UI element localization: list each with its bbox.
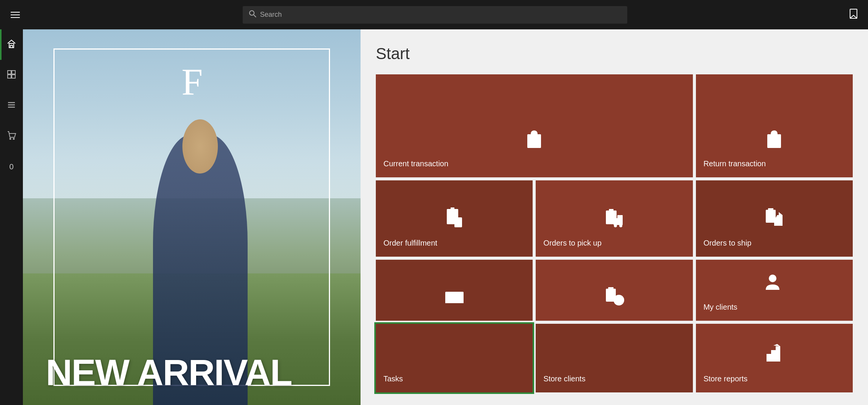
svg-rect-6 — [12, 71, 15, 74]
start-title: Start — [376, 45, 853, 63]
sidebar-item-counter[interactable]: 0 — [0, 151, 23, 182]
svg-rect-14 — [527, 134, 541, 148]
home-icon — [6, 39, 16, 50]
tile-time-clock[interactable] — [536, 260, 692, 321]
tile-tasks-label: Tasks — [383, 374, 525, 383]
my-clients-icon — [763, 271, 786, 294]
svg-point-13 — [13, 138, 14, 140]
tile-current-transaction[interactable]: Current transaction — [376, 74, 693, 177]
hero-area: F NEW ARRIVAL — [23, 29, 361, 405]
bookmark-icon[interactable] — [848, 8, 859, 21]
tile-open-drawer[interactable] — [376, 260, 533, 321]
cart-icon — [6, 130, 16, 142]
tile-orders-to-pick-up-label: Orders to pick up — [543, 239, 685, 248]
search-icon — [249, 10, 256, 19]
sidebar-item-list[interactable] — [0, 90, 23, 121]
hero-title: NEW ARRIVAL — [46, 355, 338, 390]
tile-my-clients[interactable]: My clients — [696, 260, 853, 321]
svg-point-45 — [769, 275, 776, 282]
tile-my-clients-label: My clients — [704, 303, 845, 312]
sidebar-item-cart[interactable] — [0, 121, 23, 151]
svg-rect-24 — [609, 209, 614, 212]
search-bar[interactable] — [243, 6, 627, 24]
hamburger-menu-button[interactable] — [9, 10, 21, 19]
svg-point-12 — [10, 138, 11, 140]
tile-order-fulfillment[interactable]: Order fulfillment — [376, 180, 533, 257]
time-clock-icon — [603, 286, 626, 309]
tile-store-reports[interactable]: Store reports — [696, 324, 853, 392]
svg-rect-5 — [8, 71, 11, 74]
tile-store-clients-label: Store clients — [543, 374, 685, 383]
topbar — [0, 0, 868, 29]
svg-point-30 — [614, 224, 617, 227]
hero-overlay: NEW ARRIVAL — [23, 29, 361, 405]
svg-point-0 — [250, 11, 254, 15]
return-bag-icon — [763, 127, 786, 150]
order-doc-icon — [443, 207, 466, 230]
svg-rect-15 — [767, 134, 781, 148]
svg-rect-17 — [451, 207, 454, 211]
tile-orders-to-pick-up[interactable]: Orders to pick up — [536, 180, 692, 257]
orders-ship-icon — [763, 207, 786, 230]
tile-orders-to-ship-label: Orders to ship — [704, 239, 845, 248]
svg-point-31 — [619, 224, 622, 227]
svg-rect-8 — [12, 75, 15, 78]
tile-current-transaction-label: Current transaction — [383, 159, 685, 168]
svg-line-1 — [254, 15, 256, 17]
orders-pickup-icon — [603, 207, 626, 230]
main-layout: 0 F NEW ARRIVAL Start — [0, 29, 868, 405]
tile-return-transaction-label: Return transaction — [704, 159, 845, 168]
tile-return-transaction[interactable]: Return transaction — [696, 74, 853, 177]
svg-rect-33 — [768, 208, 773, 211]
tile-orders-to-ship[interactable]: Orders to ship — [696, 180, 853, 257]
shopping-bag-icon — [523, 127, 546, 150]
tile-store-clients[interactable]: Store clients — [536, 324, 692, 392]
tiles-grid: Current transaction Return transaction — [376, 74, 853, 392]
tile-tasks[interactable]: Tasks — [376, 324, 533, 392]
start-panel: Start Current transaction — [361, 29, 868, 405]
open-drawer-icon — [443, 286, 466, 309]
sidebar-item-home[interactable] — [0, 29, 23, 60]
counter-value: 0 — [9, 162, 13, 171]
list-icon — [6, 100, 16, 111]
svg-rect-28 — [614, 218, 623, 225]
svg-rect-29 — [617, 215, 623, 219]
tile-order-fulfillment-label: Order fulfillment — [383, 239, 525, 248]
sidebar-item-products[interactable] — [0, 60, 23, 90]
svg-point-39 — [453, 300, 456, 302]
search-input[interactable] — [260, 11, 621, 19]
row3-small-group — [376, 260, 693, 321]
svg-rect-4 — [10, 45, 13, 48]
sidebar: 0 — [0, 29, 23, 405]
products-icon — [6, 69, 16, 81]
svg-rect-43 — [608, 287, 614, 290]
store-reports-icon — [763, 342, 786, 365]
tile-store-reports-label: Store reports — [704, 374, 845, 383]
svg-rect-7 — [8, 75, 11, 78]
